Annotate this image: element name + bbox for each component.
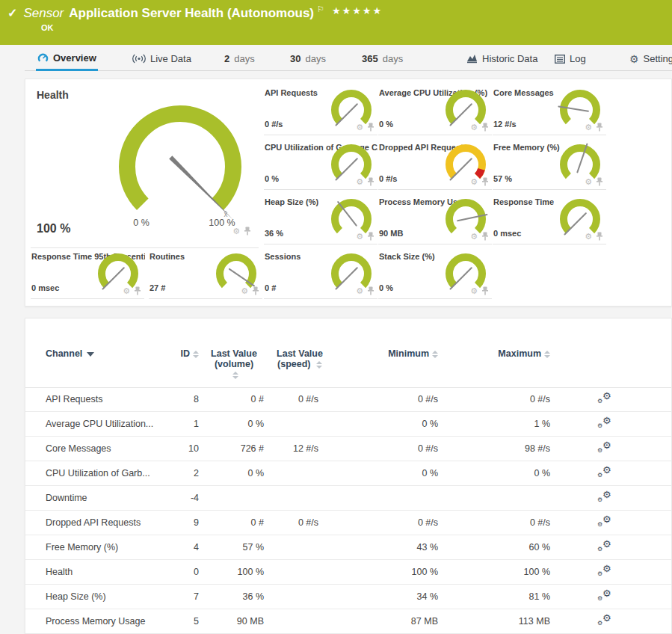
tab-live-data[interactable]: Live Data [131, 46, 193, 71]
gauge-settings-gear-icon[interactable]: ⚙ [356, 123, 363, 132]
gauge-settings-gear-icon[interactable]: ⚙ [585, 233, 592, 241]
channel-settings-gears-icon[interactable]: ⚙⚙ [592, 463, 622, 484]
tab-2-days[interactable]: 2days [223, 46, 256, 71]
gauge-tile[interactable]: Stack Size (%) 0 % ⚙ [378, 248, 492, 299]
gauge-settings-gear-icon[interactable]: ⚙ [241, 287, 248, 295]
sort-icon[interactable] [193, 351, 199, 358]
column-header-id[interactable]: ID [158, 348, 199, 359]
pin-icon[interactable] [367, 177, 374, 186]
tab-historic-data[interactable]: Historic Data [465, 46, 539, 71]
pin-icon[interactable] [367, 123, 374, 132]
gauge-settings-gear-icon[interactable]: ⚙ [470, 178, 478, 186]
flag-icon[interactable]: ⚐ [317, 4, 324, 14]
column-header-maximum[interactable]: Maximum [475, 348, 550, 359]
gauge-settings-gear-icon[interactable]: ⚙ [470, 233, 478, 241]
channel-settings-gears-icon[interactable]: ⚙⚙ [592, 438, 622, 460]
pin-icon[interactable] [367, 232, 374, 241]
pin-icon[interactable] [481, 232, 489, 241]
gauge-tile[interactable]: Routines 27 # ⚙ [149, 248, 262, 299]
channel-settings-gears-icon[interactable]: ⚙⚙ [592, 487, 622, 509]
cell-channel[interactable]: Free Memory (%) [46, 535, 173, 560]
channel-settings-gears-icon[interactable]: ⚙⚙ [592, 537, 622, 558]
tab-365-days[interactable]: 365days [360, 46, 404, 71]
gauge-settings-gear-icon[interactable]: ⚙ [470, 123, 478, 132]
cell-channel[interactable]: Process Memory Usage [46, 609, 173, 634]
cell-channel[interactable]: Heap Size (%) [46, 585, 173, 609]
column-header-last-value-volume[interactable]: Last Value(volume) [203, 348, 265, 380]
table-row: Core Messages10726 #12 #/s0 #/s98 #/s⚙⚙ [25, 437, 671, 461]
gauge-settings-gear-icon[interactable]: ⚙ [585, 178, 592, 186]
table-row: Process Memory Usage590 MB87 MB113 MB⚙⚙ [25, 609, 671, 634]
pin-icon[interactable] [481, 123, 489, 132]
sort-icon[interactable] [316, 361, 322, 369]
tab-bar: OverviewLive Data2days30days365daysHisto… [0, 46, 672, 71]
sort-icon[interactable] [432, 351, 438, 358]
gauge-settings-gear-icon[interactable]: ⚙ [356, 233, 363, 241]
channel-settings-gears-icon[interactable]: ⚙⚙ [592, 586, 622, 608]
gauge-tile[interactable]: CPU Utilization of Garbage C... 0 % ⚙ [264, 139, 377, 190]
cell-max: 0 #/s [475, 511, 550, 535]
pin-icon[interactable] [244, 227, 251, 236]
column-header-last-value-speed[interactable]: Last Value(speed) [268, 348, 331, 369]
gauge-tile[interactable]: Core Messages 12 #/s ⚙ [493, 84, 606, 135]
gauge-settings-gear-icon[interactable]: ⚙ [356, 178, 363, 186]
pin-icon[interactable] [134, 286, 141, 295]
channel-settings-gears-icon[interactable]: ⚙⚙ [592, 561, 622, 583]
cell-channel[interactable]: Dropped API Requests [46, 511, 173, 535]
gauge-settings-gear-icon[interactable]: ⚙ [232, 227, 240, 236]
pin-icon[interactable] [596, 232, 603, 241]
pin-icon[interactable] [596, 177, 603, 186]
cell-volume: 57 % [204, 535, 264, 560]
tab-label: Log [570, 53, 586, 64]
cell-channel[interactable]: Average CPU Utilization... [46, 412, 173, 437]
gauge-tile[interactable]: Response Time 95th Percentile 0 msec ⚙ [31, 248, 144, 299]
cell-max: 0 % [475, 461, 550, 486]
gauge-tile[interactable]: Dropped API Requests 0 #/s ⚙ [378, 139, 492, 190]
gauge-tile[interactable]: Response Time 0 msec ⚙ [493, 194, 606, 244]
gauge-tile[interactable]: Sessions 0 # ⚙ [264, 248, 377, 299]
cell-channel[interactable]: Core Messages [46, 437, 173, 461]
cell-channel[interactable]: Health [46, 560, 173, 585]
gauge-tile[interactable]: Heap Size (%) 36 % ⚙ [264, 194, 377, 244]
tab-log[interactable]: Log [553, 46, 588, 71]
priority-stars[interactable]: ★★★★★ [332, 5, 383, 16]
pin-icon[interactable] [252, 286, 259, 295]
gauge-settings-gear-icon[interactable]: ⚙ [123, 287, 130, 295]
cell-min: 43 % [363, 535, 438, 560]
log-icon [555, 55, 565, 64]
cell-volume: 90 MB [204, 609, 264, 634]
column-header-minimum[interactable]: Minimum [363, 348, 438, 359]
gauge-settings-gear-icon[interactable]: ⚙ [356, 287, 363, 295]
channel-settings-gears-icon[interactable]: ⚙⚙ [592, 389, 622, 410]
pin-icon[interactable] [481, 286, 489, 295]
gauge-tools: ⚙ [470, 177, 489, 186]
cell-speed [259, 461, 318, 486]
tab-word: days [234, 53, 254, 64]
cell-channel[interactable]: API Requests [46, 387, 173, 412]
column-header-channel[interactable]: Channel [46, 348, 94, 359]
pin-icon[interactable] [367, 286, 374, 295]
channel-settings-gears-icon[interactable]: ⚙⚙ [592, 512, 622, 534]
cell-channel[interactable]: Downtime [46, 486, 173, 511]
gauge-settings-gear-icon[interactable]: ⚙ [585, 123, 592, 132]
page-root: ✓ Sensor Application Server Health (Auto… [0, 0, 672, 634]
gauge-tile[interactable]: Process Memory Usage 90 MB ⚙ [378, 194, 492, 244]
gauge-tile[interactable]: Average CPU Utilization (%) 0 % ⚙ [378, 84, 492, 135]
pin-icon[interactable] [596, 123, 603, 132]
gauge-tile[interactable]: API Requests 0 #/s ⚙ [264, 84, 377, 135]
gauge-settings-gear-icon[interactable]: ⚙ [470, 287, 478, 295]
sort-icon[interactable] [544, 351, 550, 358]
pin-icon[interactable] [481, 177, 489, 186]
channel-settings-gears-icon[interactable]: ⚙⚙ [592, 413, 622, 435]
gauge-tools: ⚙ [585, 123, 603, 132]
tab-30-days[interactable]: 30days [289, 46, 327, 71]
health-gauge-tile[interactable]: Health x̄ 0 % 100 % 100 % ⚙ [31, 84, 259, 248]
sort-icon[interactable] [232, 372, 238, 379]
gauge-tile[interactable]: Free Memory (%) 57 % ⚙ [493, 139, 606, 190]
cell-channel[interactable]: CPU Utilization of Garb... [46, 461, 173, 486]
tab-settings[interactable]: ⚙Settings [628, 46, 672, 71]
cell-volume: 0 # [204, 511, 264, 535]
historic-chart-icon [466, 54, 478, 64]
channel-settings-gears-icon[interactable]: ⚙⚙ [592, 611, 622, 633]
tab-overview[interactable]: Overview [36, 46, 98, 71]
